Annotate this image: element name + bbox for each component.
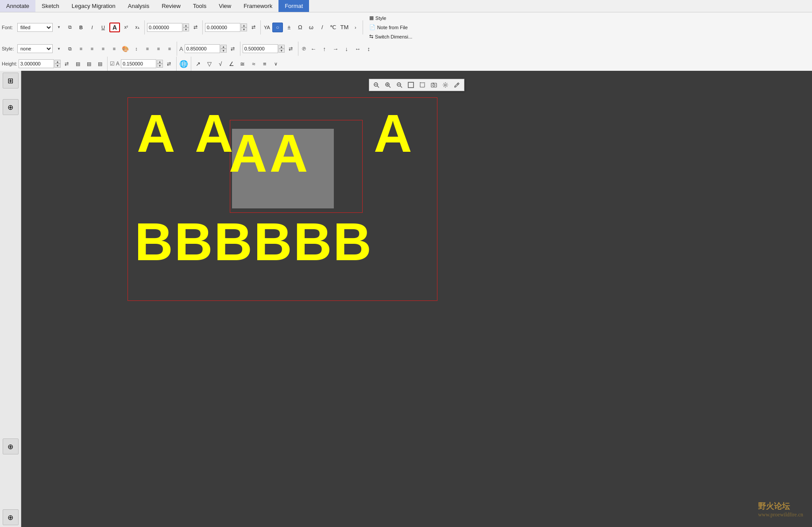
style-copy-btn[interactable]: ⧉: [65, 45, 75, 52]
height-up[interactable]: ▲: [54, 60, 61, 64]
value5-input[interactable]: [121, 59, 156, 68]
height-input[interactable]: [19, 59, 54, 68]
sidebar-btn-1[interactable]: ⊞: [3, 73, 19, 88]
val4-exchange[interactable]: ⇄: [286, 45, 296, 52]
sym-arrow-up[interactable]: ↑: [320, 45, 329, 52]
menu-framework[interactable]: Framework: [237, 0, 278, 12]
value3-up[interactable]: ▲: [220, 45, 227, 49]
value5-up[interactable]: ▲: [157, 60, 163, 64]
zoom-fit-btn[interactable]: [371, 80, 382, 90]
value4-input[interactable]: [243, 44, 278, 53]
refit-btn[interactable]: [406, 80, 416, 90]
text-dir[interactable]: ↕: [131, 45, 141, 52]
capture-btn[interactable]: [429, 80, 439, 90]
sidebar-btn-3[interactable]: ⊕: [3, 439, 19, 454]
sym-equiv[interactable]: ≡: [260, 60, 270, 67]
value4-up[interactable]: ▲: [278, 45, 285, 49]
value1-input[interactable]: [147, 23, 182, 32]
sym-angle[interactable]: ∠: [227, 60, 236, 67]
sym-arrow-ud[interactable]: ↕: [364, 45, 374, 52]
subscript-button[interactable]: x₁: [132, 24, 142, 31]
globe-button[interactable]: 🌐: [179, 60, 189, 67]
color-picker[interactable]: 🎨: [120, 45, 130, 52]
sym-nabla[interactable]: ▽: [205, 60, 214, 67]
text-format-2[interactable]: ≡: [154, 45, 163, 52]
gear-btn[interactable]: [440, 80, 451, 90]
sym-approx[interactable]: ≈: [249, 60, 259, 67]
sym-arrow-left[interactable]: ←: [309, 45, 318, 52]
font-copy-btn[interactable]: ⧉: [65, 24, 75, 31]
align-center[interactable]: ≡: [87, 45, 97, 52]
font-select[interactable]: filled: [17, 23, 53, 32]
zoom-out-btn[interactable]: [394, 80, 405, 90]
height-down[interactable]: ▼: [54, 64, 61, 68]
align-3-3[interactable]: ▤: [95, 60, 105, 67]
pencil-btn[interactable]: [452, 80, 462, 90]
value2-input[interactable]: [205, 23, 240, 32]
style-select[interactable]: none: [17, 44, 53, 53]
menu-review[interactable]: Review: [155, 0, 187, 12]
superscript-button[interactable]: x²: [121, 24, 131, 31]
style-dropdown-arrow[interactable]: ▼: [54, 45, 64, 52]
sym-omega-cap[interactable]: Ω: [295, 24, 305, 31]
value1-up[interactable]: ▲: [183, 23, 189, 27]
value2-arrows: ▲ ▼: [241, 23, 247, 31]
sym-congruent[interactable]: ≅: [238, 60, 247, 67]
switch-dim-btn[interactable]: ⇆ Switch Dimensi...: [367, 32, 414, 41]
underline-button[interactable]: U: [98, 24, 108, 31]
insert-field-btn[interactable]: ▦ Style: [367, 14, 414, 22]
align-3-1[interactable]: ▤: [73, 60, 83, 67]
sym-arrow-lr[interactable]: ↔: [353, 45, 363, 52]
separator5: [177, 42, 177, 56]
sym-celsius[interactable]: ℃: [329, 24, 338, 31]
text-format-1[interactable]: ≡: [143, 45, 152, 52]
sym-slash[interactable]: /: [317, 24, 327, 31]
italic-button[interactable]: I: [87, 24, 97, 31]
menu-analysis[interactable]: Analysis: [122, 0, 155, 12]
value5-down[interactable]: ▼: [157, 64, 163, 68]
value2-up[interactable]: ▲: [241, 23, 247, 27]
sidebar-btn-4[interactable]: ⊕: [3, 509, 19, 525]
align-left[interactable]: ≡: [76, 45, 86, 52]
sym-expand-down[interactable]: ∨: [271, 60, 281, 67]
menu-format[interactable]: Format: [278, 0, 309, 12]
val3-exchange[interactable]: ⇄: [228, 45, 238, 52]
circle-button[interactable]: ○: [272, 23, 283, 32]
rect-select-btn[interactable]: [417, 80, 428, 90]
menu-sketch[interactable]: Sketch: [35, 0, 66, 12]
value4-down[interactable]: ▼: [278, 49, 285, 53]
text-format-3[interactable]: ≡: [165, 45, 174, 52]
sidebar-btn-2[interactable]: ⊕: [3, 99, 19, 115]
sym-arrow-down[interactable]: ↓: [342, 45, 352, 52]
sym-omega[interactable]: ω: [306, 24, 316, 31]
font-dropdown-arrow[interactable]: ▼: [54, 24, 64, 31]
val1-exchange[interactable]: ⇄: [190, 24, 200, 31]
menu-annotate[interactable]: Annotate: [0, 0, 35, 12]
note-from-file-btn[interactable]: 📄 Note from File: [367, 23, 414, 31]
sym-plusminus[interactable]: ±: [284, 24, 294, 31]
height-exchange[interactable]: ⇄: [62, 60, 72, 67]
value3-input[interactable]: [185, 44, 220, 53]
value3-arrows: ▲ ▼: [220, 45, 227, 53]
sym-tm[interactable]: TM: [340, 24, 349, 31]
zoom-in-btn[interactable]: [383, 80, 393, 90]
align-3-2[interactable]: ▤: [84, 60, 94, 67]
val5-exchange[interactable]: ⇄: [164, 60, 174, 67]
menu-tools[interactable]: Tools: [187, 0, 213, 12]
font-color-button[interactable]: A: [109, 23, 120, 32]
sym-expand-right[interactable]: ›: [351, 24, 360, 31]
val2-exchange[interactable]: ⇄: [248, 24, 258, 31]
align-other[interactable]: ≡: [109, 45, 119, 52]
value1-down[interactable]: ▼: [183, 27, 189, 31]
menu-view[interactable]: View: [213, 0, 237, 12]
menu-legacy-migration[interactable]: Legacy Migration: [66, 0, 122, 12]
value2-down[interactable]: ▼: [241, 27, 247, 31]
value3-down[interactable]: ▼: [220, 49, 227, 53]
ya-label: YA: [263, 25, 271, 30]
sym-arrow-right[interactable]: →: [331, 45, 340, 52]
sym-diag-arrow[interactable]: ↗: [193, 60, 203, 67]
bold-button[interactable]: B: [76, 24, 86, 31]
align-right[interactable]: ≡: [98, 45, 108, 52]
text-aa-selected[interactable]: AA: [229, 127, 310, 180]
sym-sqrt[interactable]: √: [216, 60, 225, 67]
